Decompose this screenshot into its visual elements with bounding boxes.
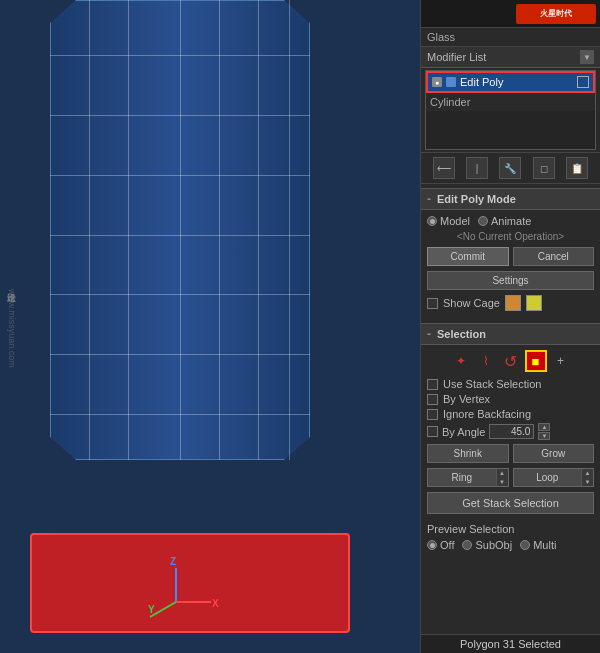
ignore-backfacing-checkbox[interactable] [427, 409, 438, 420]
tool-btn-copy[interactable]: 📋 [566, 157, 588, 179]
axis-z-label: Z [170, 556, 176, 567]
status-text: Polygon 31 Selected [460, 638, 561, 650]
model-animate-row: Model Animate [427, 215, 594, 227]
watermark: 思路设计论坛 www.missyuan.com [5, 286, 18, 368]
off-label: Off [440, 539, 454, 551]
modifier-label: Edit Poly [460, 76, 503, 88]
no-current-op: <No Current Operation> [427, 231, 594, 242]
get-stack-button[interactable]: Get Stack Selection [427, 492, 594, 514]
loop-button[interactable]: Loop [514, 469, 582, 486]
multi-label: Multi [533, 539, 556, 551]
subobj-radio-dot[interactable] [462, 540, 472, 550]
selection-header: - Selection [421, 323, 600, 345]
settings-button[interactable]: Settings [427, 271, 594, 290]
eye-icon[interactable]: ● [432, 77, 442, 87]
commit-cancel-row: Commit Cancel [427, 247, 594, 266]
tool-btn-square[interactable]: ◻ [533, 157, 555, 179]
angle-spin-up[interactable]: ▲ [538, 423, 550, 431]
modifier-sub-cylinder: Cylinder [426, 93, 595, 111]
ring-button[interactable]: Ring [428, 469, 496, 486]
by-vertex-checkbox[interactable] [427, 394, 438, 405]
preview-label: Preview Selection [427, 523, 594, 535]
show-cage-label: Show Cage [443, 297, 500, 309]
shrink-button[interactable]: Shrink [427, 444, 509, 463]
modifier-list-header[interactable]: Modifier List ▼ [421, 47, 600, 68]
axis-x-label: X [212, 598, 219, 609]
settings-row: Settings [427, 271, 594, 290]
glass-label: Glass [427, 31, 455, 43]
logo: 火星时代 [516, 4, 596, 24]
preview-section: Preview Selection Off SubObj Multi [421, 523, 600, 556]
use-stack-label: Use Stack Selection [443, 378, 541, 390]
by-angle-checkbox[interactable] [427, 426, 438, 437]
logo-bar: 火星时代 [421, 0, 600, 28]
cage-color-swatch-yellow[interactable] [526, 295, 542, 311]
multi-radio-dot[interactable] [520, 540, 530, 550]
show-cage-checkbox[interactable] [427, 298, 438, 309]
show-cage-row: Show Cage [427, 295, 594, 311]
viewport: Z Y X 思路设计论坛 www.missyuan.com [0, 0, 420, 653]
grow-button[interactable]: Grow [513, 444, 595, 463]
ring-item: Ring ▲ ▼ [427, 468, 509, 487]
cage-color-swatch-orange[interactable] [505, 295, 521, 311]
angle-input[interactable] [489, 424, 534, 439]
loop-spin-down[interactable]: ▼ [582, 478, 593, 487]
use-stack-row: Use Stack Selection [427, 378, 594, 390]
tool-btn-pin[interactable]: ⟵ [433, 157, 455, 179]
sel-icon-vertex[interactable]: ✦ [450, 350, 472, 372]
off-radio-item[interactable]: Off [427, 539, 454, 551]
modifier-toolbar: ⟵ | 🔧 ◻ 📋 [421, 152, 600, 184]
by-angle-row: By Angle ▲ ▼ [427, 423, 594, 440]
glass-section: Glass [421, 28, 600, 47]
tool-btn-separator[interactable]: | [466, 157, 488, 179]
modifier-list-label: Modifier List [427, 51, 486, 63]
ignore-backfacing-label: Ignore Backfacing [443, 408, 531, 420]
angle-spinner[interactable]: ▲ ▼ [538, 423, 550, 440]
subobj-radio-item[interactable]: SubObj [462, 539, 512, 551]
sel-icon-element[interactable]: + [550, 350, 572, 372]
ring-spin-up[interactable]: ▲ [497, 469, 508, 478]
axes-widget: Z Y X [140, 563, 220, 623]
sel-mode-icons-row: ✦ ⌇ ↺ ■ + [427, 350, 594, 372]
section-collapse-icon[interactable]: - [427, 192, 431, 206]
model-label: Model [440, 215, 470, 227]
cancel-button[interactable]: Cancel [513, 247, 595, 266]
axis-x [176, 601, 211, 603]
multi-radio-item[interactable]: Multi [520, 539, 556, 551]
subobj-label: SubObj [475, 539, 512, 551]
edit-poly-mode-header: - Edit Poly Mode [421, 188, 600, 210]
edit-poly-mode-body: Model Animate <No Current Operation> Com… [421, 210, 600, 319]
commit-button[interactable]: Commit [427, 247, 509, 266]
modifier-stack: ● Edit Poly Cylinder [425, 70, 596, 150]
model-radio-item[interactable]: Model [427, 215, 470, 227]
loop-spin-up[interactable]: ▲ [582, 469, 593, 478]
sel-icon-border[interactable]: ↺ [500, 350, 522, 372]
modifier-box-icon[interactable] [577, 76, 589, 88]
animate-radio-item[interactable]: Animate [478, 215, 531, 227]
modifier-item-edit-poly[interactable]: ● Edit Poly [426, 71, 595, 93]
use-stack-checkbox[interactable] [427, 379, 438, 390]
axis-z [175, 568, 177, 603]
by-angle-label: By Angle [442, 426, 485, 438]
animate-radio-dot[interactable] [478, 216, 488, 226]
preview-radio-row: Off SubObj Multi [427, 539, 594, 551]
loop-item: Loop ▲ ▼ [513, 468, 595, 487]
by-vertex-row: By Vertex [427, 393, 594, 405]
viewport-background: Z Y X 思路设计论坛 www.missyuan.com [0, 0, 420, 653]
ignore-backfacing-row: Ignore Backfacing [427, 408, 594, 420]
sel-icon-polygon[interactable]: ■ [525, 350, 547, 372]
model-radio-dot[interactable] [427, 216, 437, 226]
selection-collapse-icon[interactable]: - [427, 327, 431, 341]
cylinder-3d [50, 0, 310, 460]
ring-spinner[interactable]: ▲ ▼ [496, 469, 508, 486]
loop-spinner[interactable]: ▲ ▼ [581, 469, 593, 486]
selection-title: Selection [437, 328, 486, 340]
ring-loop-row: Ring ▲ ▼ Loop ▲ ▼ [427, 468, 594, 487]
sel-icon-edge[interactable]: ⌇ [475, 350, 497, 372]
angle-spin-down[interactable]: ▼ [538, 432, 550, 440]
modifier-list-dropdown[interactable]: ▼ [580, 50, 594, 64]
by-vertex-label: By Vertex [443, 393, 490, 405]
tool-btn-wrench[interactable]: 🔧 [499, 157, 521, 179]
ring-spin-down[interactable]: ▼ [497, 478, 508, 487]
off-radio-dot[interactable] [427, 540, 437, 550]
